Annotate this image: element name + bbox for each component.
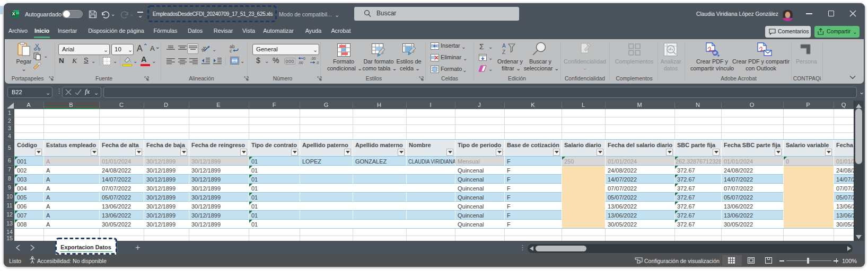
svg-text:Z: Z (502, 49, 505, 55)
svg-text:A: A (502, 43, 506, 49)
svg-text:.0: .0 (316, 61, 319, 65)
svg-text:.00: .00 (311, 57, 316, 60)
svg-text:X: X (12, 11, 15, 16)
svg-text:0: 0 (303, 57, 305, 60)
svg-text:.00: .00 (298, 61, 303, 65)
